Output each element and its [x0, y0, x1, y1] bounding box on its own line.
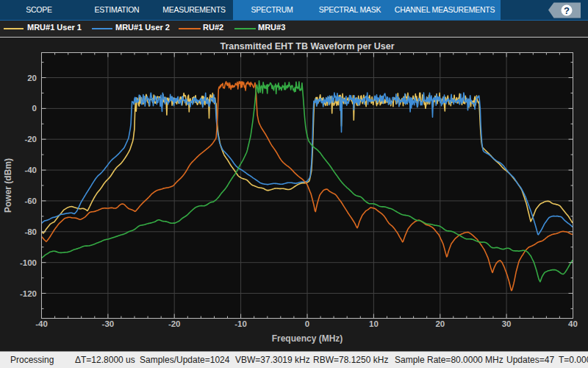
svg-text:?: ?: [564, 5, 570, 16]
svg-text:Frequency (MHz): Frequency (MHz): [272, 333, 343, 344]
svg-text:10: 10: [369, 319, 379, 328]
svg-text:-120: -120: [20, 289, 37, 298]
svg-text:-80: -80: [24, 227, 37, 236]
svg-text:30: 30: [502, 319, 512, 328]
svg-text:20: 20: [27, 74, 37, 82]
svg-text:-20: -20: [24, 135, 37, 144]
svg-text:0: 0: [305, 319, 309, 328]
svg-text:-100: -100: [20, 258, 37, 267]
svg-text:-30: -30: [102, 319, 115, 328]
svg-text:-20: -20: [168, 319, 181, 328]
svg-text:-40: -40: [35, 319, 48, 328]
svg-text:-10: -10: [234, 319, 247, 328]
svg-text:Power (dBm): Power (dBm): [3, 158, 13, 213]
svg-text:-60: -60: [24, 197, 37, 205]
svg-text:0: 0: [32, 104, 37, 113]
svg-text:20: 20: [435, 319, 445, 328]
svg-text:40: 40: [568, 319, 578, 328]
svg-text:-40: -40: [24, 166, 37, 174]
svg-text:Transmitted EHT TB Waveform pe: Transmitted EHT TB Waveform per User: [220, 41, 394, 52]
